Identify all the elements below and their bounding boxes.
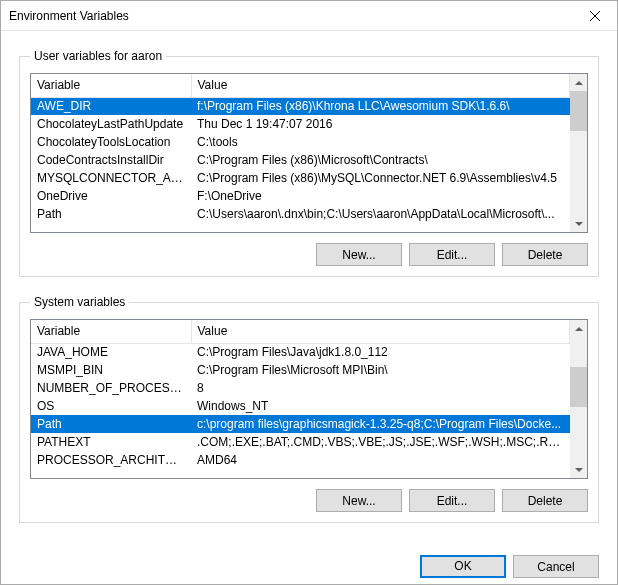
column-header-value[interactable]: Value <box>191 74 570 97</box>
user-new-button[interactable]: New... <box>316 243 402 266</box>
table-row[interactable]: OneDriveF:\OneDrive <box>31 187 570 205</box>
scroll-track[interactable] <box>570 91 587 215</box>
cell-value: c:\program files\graphicsmagick-1.3.25-q… <box>191 415 570 433</box>
user-edit-button[interactable]: Edit... <box>409 243 495 266</box>
cell-variable: OneDrive <box>31 187 191 205</box>
cell-variable: NUMBER_OF_PROCESSORS <box>31 379 191 397</box>
cell-variable: Path <box>31 205 191 223</box>
scroll-thumb[interactable] <box>570 91 587 131</box>
cell-variable: MYSQLCONNECTOR_ASSE... <box>31 169 191 187</box>
cell-value: C:\Program Files\Microsoft MPI\Bin\ <box>191 361 570 379</box>
user-variables-legend: User variables for aaron <box>30 49 166 63</box>
table-row[interactable]: ChocolateyToolsLocationC:\tools <box>31 133 570 151</box>
table-row[interactable]: NUMBER_OF_PROCESSORS8 <box>31 379 570 397</box>
cell-variable: ChocolateyToolsLocation <box>31 133 191 151</box>
chevron-up-icon <box>575 325 583 333</box>
cell-variable: Path <box>31 415 191 433</box>
cell-value: .COM;.EXE;.BAT;.CMD;.VBS;.VBE;.JS;.JSE;.… <box>191 433 570 451</box>
cell-variable: PROCESSOR_ARCHITECTURE <box>31 451 191 469</box>
cell-value: Thu Dec 1 19:47:07 2016 <box>191 115 570 133</box>
dialog-content: User variables for aaron Variable Value … <box>1 31 617 555</box>
column-header-variable[interactable]: Variable <box>31 74 191 97</box>
system-variables-legend: System variables <box>30 295 129 309</box>
cell-value: 8 <box>191 379 570 397</box>
scrollbar[interactable] <box>570 74 587 232</box>
table-row[interactable]: MSMPI_BINC:\Program Files\Microsoft MPI\… <box>31 361 570 379</box>
chevron-up-icon <box>575 79 583 87</box>
system-variables-group: System variables Variable Value JAVA_HOM… <box>19 295 599 523</box>
system-variables-table[interactable]: Variable Value JAVA_HOMEC:\Program Files… <box>30 319 588 479</box>
cell-value: C:\Program Files (x86)\MySQL\Connector.N… <box>191 169 570 187</box>
cell-variable: PATHEXT <box>31 433 191 451</box>
table-row[interactable]: CodeContractsInstallDirC:\Program Files … <box>31 151 570 169</box>
close-button[interactable] <box>572 1 617 30</box>
table-row[interactable]: PathC:\Users\aaron\.dnx\bin;C:\Users\aar… <box>31 205 570 223</box>
user-delete-button[interactable]: Delete <box>502 243 588 266</box>
scroll-track[interactable] <box>570 337 587 461</box>
scroll-up-button[interactable] <box>570 320 587 337</box>
cell-variable: CodeContractsInstallDir <box>31 151 191 169</box>
cell-variable: JAVA_HOME <box>31 343 191 361</box>
cell-variable: MSMPI_BIN <box>31 361 191 379</box>
close-icon <box>590 11 600 21</box>
scrollbar[interactable] <box>570 320 587 478</box>
user-variables-table[interactable]: Variable Value AWE_DIRf:\Program Files (… <box>30 73 588 233</box>
cell-value: f:\Program Files (x86)\Khrona LLC\Awesom… <box>191 97 570 115</box>
column-header-value[interactable]: Value <box>191 320 570 343</box>
scroll-up-button[interactable] <box>570 74 587 91</box>
cell-value: C:\Program Files (x86)\Microsoft\Contrac… <box>191 151 570 169</box>
titlebar: Environment Variables <box>1 1 617 31</box>
table-row[interactable]: MYSQLCONNECTOR_ASSE...C:\Program Files (… <box>31 169 570 187</box>
table-row[interactable]: PROCESSOR_ARCHITECTUREAMD64 <box>31 451 570 469</box>
table-row[interactable]: ChocolateyLastPathUpdateThu Dec 1 19:47:… <box>31 115 570 133</box>
cell-value: F:\OneDrive <box>191 187 570 205</box>
cell-variable: AWE_DIR <box>31 97 191 115</box>
cell-variable: ChocolateyLastPathUpdate <box>31 115 191 133</box>
ok-button[interactable]: OK <box>420 555 506 578</box>
chevron-down-icon <box>575 466 583 474</box>
scroll-down-button[interactable] <box>570 461 587 478</box>
cell-value: C:\tools <box>191 133 570 151</box>
cell-value: AMD64 <box>191 451 570 469</box>
table-row[interactable]: JAVA_HOMEC:\Program Files\Java\jdk1.8.0_… <box>31 343 570 361</box>
sys-edit-button[interactable]: Edit... <box>409 489 495 512</box>
column-header-variable[interactable]: Variable <box>31 320 191 343</box>
sys-delete-button[interactable]: Delete <box>502 489 588 512</box>
table-row[interactable]: OSWindows_NT <box>31 397 570 415</box>
cell-value: C:\Program Files\Java\jdk1.8.0_112 <box>191 343 570 361</box>
cell-value: C:\Users\aaron\.dnx\bin;C:\Users\aaron\A… <box>191 205 570 223</box>
scroll-thumb[interactable] <box>570 367 587 407</box>
user-variables-group: User variables for aaron Variable Value … <box>19 49 599 277</box>
cancel-button[interactable]: Cancel <box>513 555 599 578</box>
chevron-down-icon <box>575 220 583 228</box>
table-row[interactable]: Pathc:\program files\graphicsmagick-1.3.… <box>31 415 570 433</box>
window-title: Environment Variables <box>9 9 129 23</box>
sys-new-button[interactable]: New... <box>316 489 402 512</box>
dialog-button-row: OK Cancel <box>1 555 617 585</box>
scroll-down-button[interactable] <box>570 215 587 232</box>
cell-variable: OS <box>31 397 191 415</box>
table-row[interactable]: PATHEXT.COM;.EXE;.BAT;.CMD;.VBS;.VBE;.JS… <box>31 433 570 451</box>
cell-value: Windows_NT <box>191 397 570 415</box>
table-row[interactable]: AWE_DIRf:\Program Files (x86)\Khrona LLC… <box>31 97 570 115</box>
